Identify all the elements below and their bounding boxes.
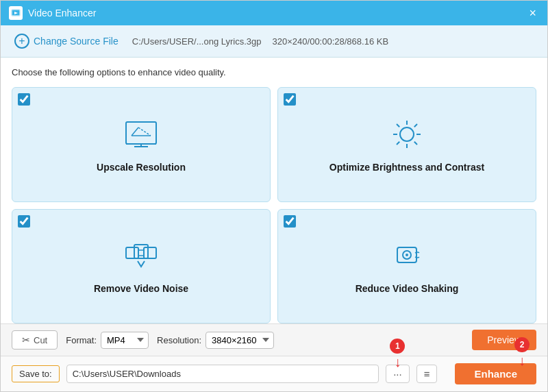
resolution-group: Resolution: 3840×2160 1920×1080 1280×720… <box>157 332 274 349</box>
upscale-icon <box>123 117 159 155</box>
resolution-label: Resolution: <box>157 335 201 345</box>
format-select[interactable]: MP4 AVI MOV MKV FLV <box>101 332 149 349</box>
upscale-checkbox[interactable] <box>18 93 30 106</box>
annotation-2-arrow: ↓ <box>519 354 525 367</box>
svg-line-17 <box>414 142 417 145</box>
app-icon <box>9 6 23 20</box>
annotation-1-badge: 1 <box>390 339 405 354</box>
change-source-label: Change Source File <box>34 36 119 47</box>
cut-label: Cut <box>34 335 47 345</box>
content-area: Choose the following options to enhance … <box>1 58 547 323</box>
instructions-text: Choose the following options to enhance … <box>12 67 536 77</box>
upscale-resolution-card[interactable]: Upscale Resolution <box>12 87 271 202</box>
resolution-select[interactable]: 3840×2160 1920×1080 1280×720 854×480 <box>206 332 274 349</box>
add-icon: + <box>14 34 29 49</box>
brightness-checkbox[interactable] <box>284 93 296 106</box>
shaking-icon <box>389 238 425 276</box>
open-folder-button[interactable]: ≡ <box>416 365 438 383</box>
svg-line-9 <box>138 127 151 136</box>
noise-icon <box>123 238 159 276</box>
source-file-path: C:/Users/USER/...ong Lyrics.3gp <box>132 36 262 47</box>
noise-checkbox[interactable] <box>18 215 30 228</box>
svg-rect-3 <box>126 122 156 144</box>
bottom-bar: ✂ Cut Format: MP4 AVI MOV MKV FLV Resolu… <box>1 323 547 356</box>
cut-button[interactable]: ✂ Cut <box>12 330 58 350</box>
close-button[interactable]: × <box>526 7 539 19</box>
reduce-shaking-card[interactable]: Reduce Video Shaking <box>277 209 536 324</box>
title-bar: Video Enhancer × <box>1 1 547 25</box>
remove-noise-card[interactable]: Remove Video Noise <box>12 209 271 324</box>
svg-line-18 <box>414 124 417 127</box>
brightness-label: Optimize Brightness and Contrast <box>329 162 484 173</box>
svg-point-11 <box>400 127 414 141</box>
title-bar-left: Video Enhancer <box>9 6 96 20</box>
window-title: Video Enhancer <box>28 8 96 19</box>
annotation-1-arrow: ↓ <box>394 355 401 369</box>
annotation-2-badge: 2 <box>514 337 530 352</box>
svg-rect-20 <box>126 247 138 258</box>
format-group: Format: MP4 AVI MOV MKV FLV <box>66 332 149 349</box>
scissors-icon: ✂ <box>22 334 30 345</box>
change-source-button[interactable]: + Change Source File <box>12 32 121 50</box>
shaking-label: Reduce Video Shaking <box>356 283 459 294</box>
save-path-input[interactable] <box>66 365 379 383</box>
svg-line-8 <box>132 127 138 136</box>
save-bar: Save to: 1 ↓ ··· ≡ 2 ↓ Enhance <box>1 356 547 391</box>
brightness-contrast-card[interactable]: Optimize Brightness and Contrast <box>277 87 536 202</box>
svg-line-16 <box>397 124 399 127</box>
save-label: Save to: <box>12 365 60 382</box>
shaking-checkbox[interactable] <box>284 215 296 228</box>
format-label: Format: <box>66 335 97 345</box>
options-grid: Upscale Resolution <box>12 87 536 323</box>
svg-line-19 <box>397 142 399 145</box>
upscale-label: Upscale Resolution <box>97 162 186 173</box>
svg-point-27 <box>406 254 408 256</box>
svg-rect-22 <box>144 247 156 258</box>
source-bar: + Change Source File C:/Users/USER/...on… <box>1 25 547 58</box>
source-file-info: 320×240/00:00:28/868.16 KB <box>273 36 389 47</box>
main-window: Video Enhancer × + Change Source File C:… <box>0 0 548 392</box>
brightness-icon <box>389 117 425 155</box>
noise-label: Remove Video Noise <box>94 283 188 294</box>
